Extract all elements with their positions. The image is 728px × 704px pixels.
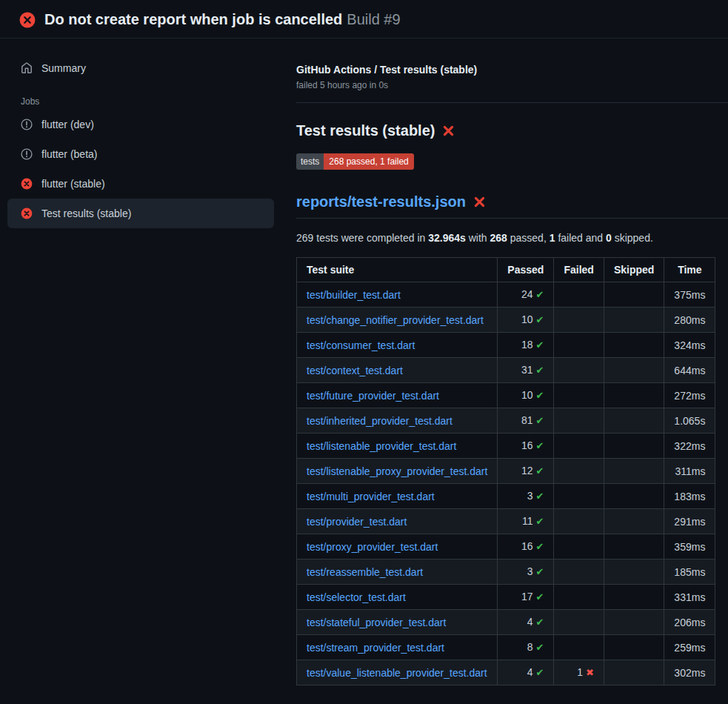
passed-count: 16 — [521, 439, 533, 451]
suite-link[interactable]: test/provider_test.dart — [307, 516, 407, 528]
jobs-section-label: Jobs — [7, 96, 274, 107]
tests-badge: tests 268 passed, 1 failed — [296, 153, 414, 170]
suite-link[interactable]: test/consumer_test.dart — [307, 339, 415, 351]
check-run-title: Test results (stable) — [296, 122, 728, 139]
passed-count: 10 — [521, 313, 533, 325]
skipped-cell — [604, 308, 664, 333]
suite-link[interactable]: test/future_provider_test.dart — [307, 390, 439, 402]
x-icon: ✖ — [586, 667, 594, 678]
suite-link[interactable]: test/stream_provider_test.dart — [307, 642, 444, 654]
passed-cell: 81✔ — [498, 408, 554, 434]
suite-cell: test/stream_provider_test.dart — [297, 635, 498, 660]
sidebar-item-summary[interactable]: Summary — [7, 53, 274, 83]
suite-link[interactable]: test/value_listenable_provider_test.dart — [307, 667, 487, 679]
suite-cell: test/builder_test.dart — [297, 282, 498, 308]
suite-cell: test/multi_provider_test.dart — [297, 484, 498, 509]
check-icon: ✔ — [536, 314, 544, 325]
sidebar-job-item-1[interactable]: flutter (beta) — [7, 139, 274, 169]
x-circle-icon — [21, 207, 33, 219]
test-table-body: test/builder_test.dart24✔375mstest/chang… — [297, 282, 715, 685]
check-icon: ✔ — [536, 667, 544, 678]
skipped-cell — [604, 358, 664, 383]
failed-cell — [554, 459, 604, 484]
table-row: test/provider_test.dart11✔291ms — [297, 509, 715, 534]
passed-cell: 3✔ — [498, 484, 554, 509]
suite-link[interactable]: test/listenable_proxy_provider_test.dart — [307, 465, 487, 477]
table-header-row: Test suite Passed Failed Skipped Time — [297, 258, 715, 282]
check-icon: ✔ — [536, 516, 544, 527]
time-cell: 206ms — [664, 610, 715, 635]
check-icon: ✔ — [536, 591, 544, 602]
suite-link[interactable]: test/stateful_provider_test.dart — [307, 617, 446, 628]
passed-count: 4 — [527, 616, 533, 628]
passed-cell: 10✔ — [498, 308, 554, 333]
run-header: Do not create report when job is cancell… — [0, 0, 728, 39]
failed-cell — [554, 484, 604, 509]
skipped-cell — [604, 434, 664, 459]
suite-link[interactable]: test/listenable_provider_test.dart — [307, 440, 456, 452]
failed-cell — [554, 534, 604, 559]
job-label: flutter (dev) — [41, 117, 94, 132]
table-row: test/consumer_test.dart18✔324ms — [297, 333, 715, 358]
summary-skipped: 0 — [606, 232, 612, 244]
time-cell: 331ms — [664, 585, 715, 610]
build-number: Build #9 — [347, 11, 400, 27]
table-row: test/future_provider_test.dart10✔272ms — [297, 383, 715, 408]
suite-link[interactable]: test/context_test.dart — [307, 365, 403, 376]
table-row: test/change_notifier_provider_test.dart1… — [297, 308, 715, 333]
check-icon: ✔ — [536, 491, 544, 502]
suite-cell: test/selector_test.dart — [297, 585, 498, 610]
sidebar: Summary Jobs flutter (dev)flutter (beta)… — [0, 39, 281, 228]
passed-cell: 11✔ — [498, 509, 554, 534]
passed-count: 31 — [521, 364, 533, 376]
summary-duration: 32.964s — [428, 232, 466, 244]
badge-value: 268 passed, 1 failed — [324, 153, 413, 170]
passed-count: 11 — [522, 515, 533, 527]
failed-cell — [554, 282, 604, 308]
summary-passed: 268 — [490, 232, 507, 244]
table-row: test/listenable_provider_test.dart16✔322… — [297, 434, 715, 459]
time-cell: 280ms — [664, 308, 715, 333]
suite-link[interactable]: test/builder_test.dart — [307, 289, 401, 301]
failed-cell — [554, 635, 604, 660]
time-cell: 185ms — [664, 559, 715, 585]
sidebar-job-item-2[interactable]: flutter (stable) — [7, 169, 274, 199]
suite-cell: test/consumer_test.dart — [297, 333, 498, 358]
suite-cell: test/listenable_proxy_provider_test.dart — [297, 459, 498, 484]
header-failed: Failed — [554, 258, 604, 282]
suite-link[interactable]: test/multi_provider_test.dart — [307, 491, 435, 502]
sidebar-job-item-0[interactable]: flutter (dev) — [7, 110, 274, 139]
failed-status-icon — [19, 12, 36, 28]
time-cell: 359ms — [664, 534, 715, 559]
sidebar-job-item-3[interactable]: Test results (stable) — [7, 199, 274, 228]
passed-count: 8 — [527, 641, 533, 653]
time-cell: 644ms — [664, 358, 715, 383]
summary-text: 269 tests were completed in — [296, 232, 428, 244]
suite-link[interactable]: test/change_notifier_provider_test.dart — [307, 314, 484, 326]
failed-cell — [554, 434, 604, 459]
time-cell: 324ms — [664, 333, 715, 358]
sidebar-summary-label: Summary — [41, 61, 86, 76]
skipped-cell — [604, 585, 664, 610]
check-icon: ✔ — [536, 365, 544, 376]
page-title: Do not create report when job is cancell… — [44, 11, 401, 28]
check-run-title-text: Test results (stable) — [296, 122, 435, 139]
summary-text: passed, — [507, 232, 550, 244]
suite-link[interactable]: test/proxy_provider_test.dart — [307, 541, 438, 553]
badge-label: tests — [296, 153, 324, 170]
suite-link[interactable]: test/selector_test.dart — [307, 591, 406, 603]
failed-cell — [554, 610, 604, 635]
summary-line: 269 tests were completed in 32.964s with… — [296, 230, 728, 245]
suite-link[interactable]: test/inherited_provider_test.dart — [307, 415, 453, 427]
suite-cell: test/inherited_provider_test.dart — [297, 408, 498, 434]
summary-failed: 1 — [550, 232, 555, 244]
skipped-cell — [604, 459, 664, 484]
report-link[interactable]: reports/test-results.json — [296, 193, 466, 210]
time-cell: 259ms — [664, 635, 715, 660]
suite-link[interactable]: test/reassemble_test.dart — [307, 566, 423, 578]
passed-cell: 18✔ — [498, 333, 554, 358]
time-cell: 291ms — [664, 509, 715, 534]
time-cell: 311ms — [664, 459, 715, 484]
failed-cell — [554, 509, 604, 534]
passed-cell: 3✔ — [498, 559, 554, 585]
